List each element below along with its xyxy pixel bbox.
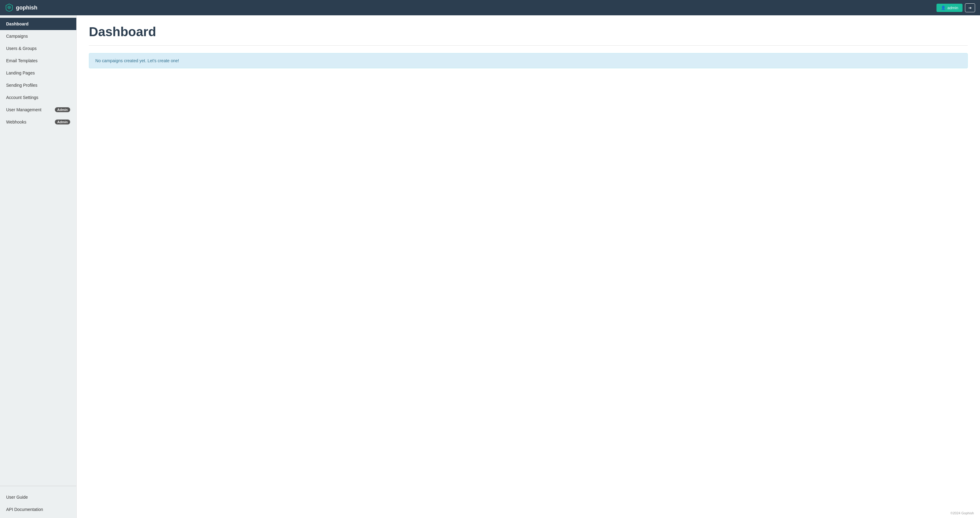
sidebar-item-landing-pages-label: Landing Pages — [6, 70, 35, 75]
admin-button[interactable]: 👤 admin — [937, 4, 963, 12]
svg-point-1 — [9, 7, 10, 8]
user-management-badge: Admin — [55, 107, 70, 112]
sidebar-item-landing-pages[interactable]: Landing Pages — [0, 67, 76, 79]
sidebar-item-sending-profiles-label: Sending Profiles — [6, 83, 37, 88]
main-content: Dashboard No campaigns created yet. Let'… — [76, 15, 980, 518]
sidebar-item-email-templates-label: Email Templates — [6, 58, 37, 63]
layout: Dashboard Campaigns Users & Groups Email… — [0, 0, 980, 518]
brand-logo[interactable]: gophish — [5, 3, 37, 12]
sidebar-item-webhooks[interactable]: Webhooks Admin — [0, 116, 76, 128]
sidebar-item-campaigns[interactable]: Campaigns — [0, 30, 76, 42]
no-campaigns-alert: No campaigns created yet. Let's create o… — [89, 53, 968, 69]
no-campaigns-message: No campaigns created yet. Let's create o… — [95, 58, 179, 63]
webhooks-badge: Admin — [55, 120, 70, 124]
sidebar-item-user-guide[interactable]: User Guide — [0, 491, 76, 503]
sidebar-bottom: User Guide API Documentation — [0, 489, 76, 518]
sidebar: Dashboard Campaigns Users & Groups Email… — [0, 15, 76, 518]
sidebar-item-users-groups[interactable]: Users & Groups — [0, 42, 76, 54]
sidebar-item-user-management-label: User Management — [6, 107, 41, 112]
sidebar-item-email-templates[interactable]: Email Templates — [0, 54, 76, 67]
sidebar-item-sending-profiles[interactable]: Sending Profiles — [0, 79, 76, 91]
navbar-right: 👤 admin ➔ — [937, 3, 975, 12]
sidebar-item-api-documentation-label: API Documentation — [6, 507, 43, 512]
sidebar-item-dashboard-label: Dashboard — [6, 21, 29, 26]
logo-icon — [5, 3, 13, 12]
sidebar-item-api-documentation[interactable]: API Documentation — [0, 503, 76, 516]
content-divider — [89, 45, 968, 46]
sidebar-item-account-settings[interactable]: Account Settings — [0, 91, 76, 104]
sidebar-item-users-groups-label: Users & Groups — [6, 46, 37, 51]
footer: ©2024 Gophish — [944, 508, 980, 518]
footer-text: ©2024 Gophish — [950, 511, 974, 515]
brand-name: gophish — [16, 5, 37, 11]
sidebar-item-dashboard[interactable]: Dashboard — [0, 18, 76, 30]
page-title: Dashboard — [89, 24, 968, 39]
sidebar-item-campaigns-label: Campaigns — [6, 34, 28, 38]
sidebar-item-webhooks-label: Webhooks — [6, 120, 26, 124]
admin-label: admin — [948, 5, 958, 10]
sidebar-item-user-guide-label: User Guide — [6, 495, 28, 500]
sidebar-divider — [0, 486, 76, 486]
sidebar-item-user-management[interactable]: User Management Admin — [0, 104, 76, 116]
sidebar-item-account-settings-label: Account Settings — [6, 95, 38, 100]
user-icon: 👤 — [941, 5, 946, 10]
navbar: gophish 👤 admin ➔ — [0, 0, 980, 15]
logout-icon: ➔ — [968, 5, 972, 10]
logout-button[interactable]: ➔ — [965, 3, 975, 12]
sidebar-nav: Dashboard Campaigns Users & Groups Email… — [0, 15, 76, 483]
